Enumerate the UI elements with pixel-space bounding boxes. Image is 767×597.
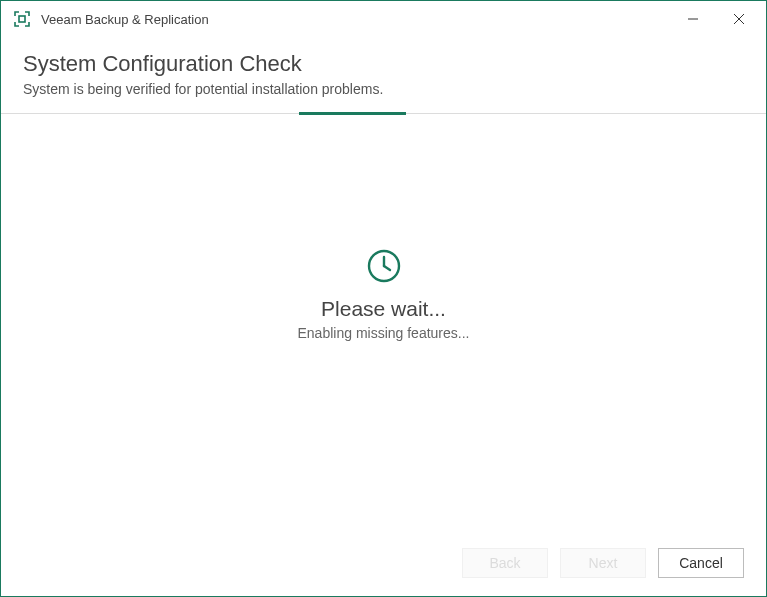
wait-title: Please wait...: [321, 297, 446, 321]
footer: Back Next Cancel: [1, 534, 766, 596]
page-subtitle: System is being verified for potential i…: [23, 81, 744, 97]
back-button: Back: [462, 548, 548, 578]
progress-indicator: [299, 112, 406, 115]
cancel-button[interactable]: Cancel: [658, 548, 744, 578]
wait-subtitle: Enabling missing features...: [298, 325, 470, 341]
close-button[interactable]: [716, 3, 762, 35]
next-button: Next: [560, 548, 646, 578]
window-title: Veeam Backup & Replication: [41, 12, 670, 27]
installer-window: Veeam Backup & Replication System Config…: [0, 0, 767, 597]
header-area: System Configuration Check System is bei…: [1, 37, 766, 114]
clock-icon: [365, 247, 403, 289]
svg-rect-0: [19, 16, 25, 22]
content-area: Please wait... Enabling missing features…: [1, 114, 766, 534]
app-icon: [13, 10, 31, 28]
window-controls: [670, 3, 762, 35]
page-title: System Configuration Check: [23, 51, 744, 77]
svg-line-6: [384, 266, 390, 270]
titlebar: Veeam Backup & Replication: [1, 1, 766, 37]
minimize-button[interactable]: [670, 3, 716, 35]
